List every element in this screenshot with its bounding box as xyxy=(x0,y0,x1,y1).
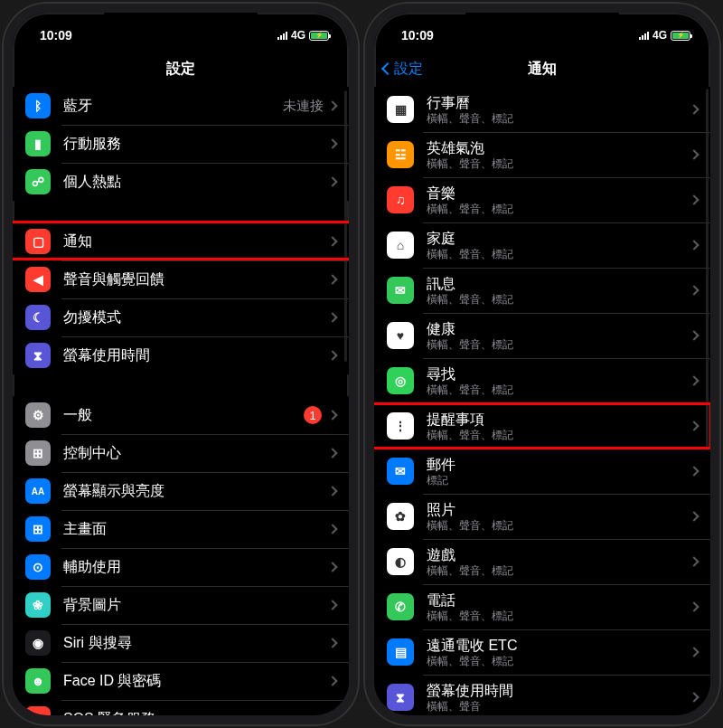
app-row-家庭[interactable]: ⌂家庭橫幅、聲音、標記 xyxy=(374,222,710,268)
settings-row-一般[interactable]: ⚙一般1 xyxy=(13,396,349,434)
settings-row-控制中心[interactable]: ⊞控制中心 xyxy=(13,434,349,472)
notch xyxy=(104,13,258,36)
app-row-照片[interactable]: ✿照片橫幅、聲音、標記 xyxy=(374,494,710,539)
screentime-icon: ⧗ xyxy=(25,343,51,368)
signal-icon xyxy=(639,31,649,40)
settings-row-行動服務[interactable]: ▮行動服務 xyxy=(13,125,349,163)
chevron-right-icon xyxy=(327,410,337,420)
app-row-螢幕使用時間[interactable]: ⧗螢幕使用時間橫幅、聲音 xyxy=(374,675,710,715)
app-row-音樂[interactable]: ♫音樂橫幅、聲音、標記 xyxy=(374,177,710,222)
settings-row-輔助使用[interactable]: ⊙輔助使用 xyxy=(13,548,349,586)
chevron-right-icon xyxy=(689,330,699,340)
row-text: 遊戲橫幅、聲音、標記 xyxy=(427,546,690,578)
row-subtitle: 橫幅、聲音 xyxy=(427,700,690,713)
row-label: 健康 xyxy=(427,320,690,337)
app-row-遠通電收 ETC[interactable]: ▤遠通電收 ETC橫幅、聲音、標記 xyxy=(374,629,710,675)
row-label: 英雄氣泡 xyxy=(427,139,690,156)
app-row-遊戲[interactable]: ◐遊戲橫幅、聲音、標記 xyxy=(374,539,710,584)
app-row-郵件[interactable]: ✉郵件標記 xyxy=(374,449,710,494)
row-label: 行動服務 xyxy=(63,135,329,152)
app-row-行事曆[interactable]: ▦行事曆橫幅、聲音、標記 xyxy=(374,87,710,132)
row-label: 螢幕使用時間 xyxy=(63,346,329,364)
settings-row-螢幕顯示與亮度[interactable]: AA螢幕顯示與亮度 xyxy=(13,472,349,510)
row-text: 遠通電收 ETC橫幅、聲音、標記 xyxy=(427,637,690,668)
chevron-right-icon xyxy=(689,556,699,566)
status-time: 10:09 xyxy=(40,28,72,43)
status-time: 10:09 xyxy=(401,28,434,43)
chevron-right-icon xyxy=(689,104,699,114)
chevron-left-icon xyxy=(381,62,394,75)
chevron-right-icon xyxy=(689,601,699,611)
bluetooth-icon: ᛒ xyxy=(25,93,51,118)
row-text: 英雄氣泡橫幅、聲音、標記 xyxy=(427,139,690,171)
settings-row-聲音與觸覺回饋[interactable]: ◀聲音與觸覺回饋 xyxy=(13,260,349,298)
settings-row-個人熱點[interactable]: ☍個人熱點 xyxy=(13,163,349,201)
settings-row-藍牙[interactable]: ᛒ藍牙未連接 xyxy=(13,87,349,125)
notification-badge: 1 xyxy=(304,406,322,424)
display-icon: AA xyxy=(25,478,51,504)
app-list-group: ▦行事曆橫幅、聲音、標記☳英雄氣泡橫幅、聲音、標記♫音樂橫幅、聲音、標記⌂家庭橫… xyxy=(374,87,710,715)
phone-app-icon: ✆ xyxy=(387,593,414,620)
settings-row-通知[interactable]: ▢通知 xyxy=(13,222,349,260)
app-row-訊息[interactable]: ✉訊息橫幅、聲音、標記 xyxy=(374,268,710,313)
row-label: 訊息 xyxy=(427,275,690,292)
row-text: 照片橫幅、聲音、標記 xyxy=(427,501,690,533)
status-right: 4G ⚡ xyxy=(277,29,329,42)
mail-app-icon: ✉ xyxy=(387,458,414,485)
back-label: 設定 xyxy=(394,60,423,79)
sos-icon: SOS xyxy=(25,706,51,715)
settings-list[interactable]: ᛒ藍牙未連接▮行動服務☍個人熱點▢通知◀聲音與觸覺回饋☾勿擾模式⧗螢幕使用時間⚙… xyxy=(13,87,349,715)
settings-row-Siri 與搜尋[interactable]: ◉Siri 與搜尋 xyxy=(13,624,349,662)
row-label: 聲音與觸覺回饋 xyxy=(63,270,329,288)
back-button[interactable]: 設定 xyxy=(383,60,423,79)
settings-row-SOS 緊急服務[interactable]: SOSSOS 緊急服務 xyxy=(13,700,349,715)
status-right: 4G ⚡ xyxy=(639,29,690,42)
chevron-right-icon xyxy=(689,511,699,521)
app-row-尋找[interactable]: ◎尋找橫幅、聲音、標記 xyxy=(374,358,710,403)
photos-app-icon: ✿ xyxy=(387,503,414,530)
nav-bar: 設定 xyxy=(13,51,349,87)
dnd-icon: ☾ xyxy=(25,305,51,330)
row-subtitle: 橫幅、聲音、標記 xyxy=(427,248,690,260)
row-subtitle: 橫幅、聲音、標記 xyxy=(427,338,690,351)
chevron-right-icon xyxy=(327,236,337,246)
settings-row-螢幕使用時間[interactable]: ⧗螢幕使用時間 xyxy=(13,336,349,374)
chevron-right-icon xyxy=(327,312,337,322)
settings-row-背景圖片[interactable]: ❀背景圖片 xyxy=(13,586,349,624)
sounds-icon: ◀ xyxy=(25,267,51,292)
row-subtitle: 橫幅、聲音、標記 xyxy=(427,519,690,532)
page-title: 設定 xyxy=(166,60,195,79)
row-label: 主畫面 xyxy=(63,520,329,537)
row-label: 背景圖片 xyxy=(63,596,329,613)
row-value: 未連接 xyxy=(283,98,324,115)
app-row-電話[interactable]: ✆電話橫幅、聲音、標記 xyxy=(374,584,710,629)
row-label: 勿擾模式 xyxy=(63,308,329,326)
row-subtitle: 橫幅、聲音、標記 xyxy=(427,429,690,441)
app-row-健康[interactable]: ♥健康橫幅、聲音、標記 xyxy=(374,313,710,358)
chevron-right-icon xyxy=(327,676,337,685)
row-text: 行事曆橫幅、聲音、標記 xyxy=(427,94,690,126)
row-label: 螢幕使用時間 xyxy=(427,682,690,699)
chevron-right-icon xyxy=(327,714,337,715)
chevron-right-icon xyxy=(689,240,699,250)
chevron-right-icon xyxy=(327,274,337,284)
settings-row-勿擾模式[interactable]: ☾勿擾模式 xyxy=(13,298,349,336)
siri-icon: ◉ xyxy=(25,630,51,656)
battery-icon: ⚡ xyxy=(671,31,690,41)
app-row-英雄氣泡[interactable]: ☳英雄氣泡橫幅、聲音、標記 xyxy=(374,132,710,177)
row-text: 家庭橫幅、聲音、標記 xyxy=(427,230,690,261)
row-label: 尋找 xyxy=(427,365,690,383)
row-label: Siri 與搜尋 xyxy=(63,634,329,651)
general-icon: ⚙ xyxy=(25,402,51,428)
app-row-提醒事項[interactable]: ⋮提醒事項橫幅、聲音、標記 xyxy=(374,403,710,449)
settings-row-Face ID 與密碼[interactable]: ☻Face ID 與密碼 xyxy=(13,662,349,700)
notifications-app-list[interactable]: ▦行事曆橫幅、聲音、標記☳英雄氣泡橫幅、聲音、標記♫音樂橫幅、聲音、標記⌂家庭橫… xyxy=(374,87,710,715)
row-subtitle: 橫幅、聲音、標記 xyxy=(427,383,690,396)
chevron-right-icon xyxy=(689,692,699,702)
row-label: 郵件 xyxy=(427,456,690,473)
chevron-right-icon xyxy=(689,149,699,159)
phone-left: 10:09 4G ⚡ 設定 ᛒ藍牙未連接▮行動服務☍個人熱點▢通知◀聲音與觸覺回… xyxy=(4,4,358,724)
settings-row-主畫面[interactable]: ⊞主畫面 xyxy=(13,510,349,548)
screentime-app-icon: ⧗ xyxy=(387,684,414,711)
hotspot-icon: ☍ xyxy=(25,169,51,194)
